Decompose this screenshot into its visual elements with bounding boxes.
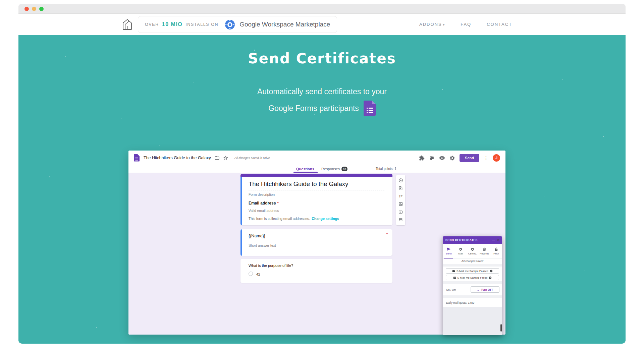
add-image-icon[interactable]: [398, 202, 403, 207]
required-asterisk: *: [277, 201, 278, 205]
addon-popup-header[interactable]: SEND CERTIFICATES — ✕: [443, 236, 502, 244]
add-section-icon[interactable]: [398, 218, 403, 222]
addon-sample-buttons: E-Mail me Sample Passed E-Mail me Sample…: [443, 267, 502, 281]
star-dot: [96, 327, 97, 328]
hero-subtitle-line2: Google Forms participants: [268, 104, 359, 113]
radio-option[interactable]: [249, 272, 253, 276]
add-video-icon[interactable]: [398, 210, 403, 214]
envelope-icon: [453, 276, 456, 279]
responses-count-badge: 63: [341, 167, 347, 171]
saved-status: All changes saved in Drive: [234, 156, 270, 160]
google-forms-icon: [364, 101, 376, 116]
divider: [443, 281, 502, 284]
change-settings-link[interactable]: Change settings: [312, 217, 339, 221]
radio-option-label: 42: [256, 272, 260, 276]
google-workspace-marketplace-icon: [225, 19, 235, 30]
minimize-window-button[interactable]: [32, 7, 36, 11]
zoom-window-button[interactable]: [39, 7, 44, 11]
email-placeholder: Valid email address: [249, 209, 306, 214]
star-dot: [603, 136, 604, 137]
avatar[interactable]: J: [493, 154, 500, 162]
star-favorite-icon[interactable]: [223, 155, 228, 161]
cancel-circle-icon: [489, 276, 492, 279]
add-title-icon[interactable]: TT: [398, 194, 403, 198]
addon-tabs: Send Mail Certific.: [443, 244, 502, 259]
addon-tab-pro[interactable]: PRO: [490, 244, 502, 258]
home-logo-icon[interactable]: [121, 18, 133, 31]
star-dot: [193, 82, 194, 82]
sample-passed-button[interactable]: E-Mail me Sample Passed: [446, 268, 499, 274]
form-title[interactable]: The Hitchhikers Guide to the Galaxy: [144, 156, 211, 160]
hero-subtitle-line1: Automatically send certificates to your: [18, 87, 626, 96]
forms-topbar: The Hitchhikers Guide to the Galaxy All …: [128, 151, 505, 165]
addon-popup: SEND CERTIFICATES — ✕ Send Mail: [443, 236, 502, 335]
hero-subtitle-line2-row: Google Forms participants: [18, 101, 626, 116]
move-folder-icon[interactable]: [214, 155, 220, 161]
send-button[interactable]: Send: [460, 154, 479, 162]
name-question-card[interactable]: {{Name}} * Short answer text: [240, 229, 392, 256]
question-title[interactable]: {{Name}}: [249, 234, 265, 238]
form-description-field[interactable]: Form description: [249, 192, 384, 198]
card-selected-bar: [240, 177, 242, 225]
envelope-icon: [452, 270, 455, 273]
addon-title: SEND CERTIFICATES: [445, 238, 478, 242]
star-dot: [544, 196, 544, 196]
clipboard-icon: [482, 247, 486, 251]
installs-badge[interactable]: OVER 10 MIO INSTALLS ON Google Workspace…: [138, 16, 337, 33]
divider: [443, 295, 502, 298]
addons-puzzle-icon[interactable]: [419, 155, 425, 161]
gear-icon: [471, 247, 474, 251]
window-titlebar: [18, 4, 626, 14]
site-header: OVER 10 MIO INSTALLS ON Google Workspace…: [18, 14, 626, 35]
star-dot: [159, 146, 160, 146]
star-dot: [39, 290, 39, 290]
installs-count: 10 MIO: [162, 21, 182, 27]
chevron-down-icon: ▾: [443, 23, 445, 26]
main-nav: ADDONS▾ FAQ CONTACT: [419, 14, 512, 35]
purpose-question-card[interactable]: What is the purpose of life? 42: [240, 259, 392, 283]
nav-addons[interactable]: ADDONS▾: [419, 22, 445, 27]
minimize-icon[interactable]: —: [490, 238, 497, 242]
quota-text: Daily mail quota: 1489: [446, 301, 474, 304]
question-title[interactable]: What is the purpose of life?: [249, 264, 293, 268]
addon-onoff-row: On / Off: Turn OFF: [443, 284, 502, 295]
import-questions-icon[interactable]: [398, 186, 403, 191]
star-dot: [49, 176, 50, 177]
close-icon[interactable]: ✕: [497, 238, 499, 242]
tab-responses[interactable]: Responses 63: [321, 165, 347, 173]
addon-tab-mail[interactable]: Mail: [454, 244, 466, 258]
marketplace-label: Google Workspace Marketplace: [239, 21, 330, 28]
short-answer-placeholder: Short answer text: [249, 243, 344, 249]
addon-tab-records[interactable]: Records: [478, 244, 490, 258]
addon-tab-certificate[interactable]: Certific.: [467, 244, 478, 258]
paper-plane-icon: [447, 247, 451, 251]
active-tab-underline: [293, 172, 318, 173]
page-title: Send Certificates: [18, 50, 626, 67]
close-window-button[interactable]: [24, 7, 29, 11]
nav-contact[interactable]: CONTACT: [487, 22, 512, 27]
forms-body: The Hitchhikers Guide to the Galaxy Form…: [128, 173, 505, 335]
form-card-title[interactable]: The Hitchhikers Guide to the Galaxy: [249, 180, 384, 190]
tab-questions[interactable]: Questions: [296, 165, 314, 173]
preview-eye-icon[interactable]: [439, 155, 445, 161]
add-question-icon[interactable]: [398, 178, 403, 183]
nav-faq[interactable]: FAQ: [461, 22, 471, 27]
lock-icon: [494, 247, 498, 251]
page: OVER 10 MIO INSTALLS ON Google Workspace…: [0, 0, 644, 349]
theme-palette-icon[interactable]: [429, 155, 435, 161]
addon-tab-send[interactable]: Send: [443, 244, 454, 258]
form-header-card[interactable]: The Hitchhikers Guide to the Galaxy Form…: [240, 174, 392, 225]
turn-off-button[interactable]: Turn OFF: [471, 286, 499, 293]
more-vertical-icon[interactable]: ⋮: [484, 156, 488, 160]
sample-failed-button[interactable]: E-Mail me Sample Failed: [446, 275, 499, 280]
forms-doc-icon: [134, 154, 140, 162]
onoff-label: On / Off:: [446, 288, 456, 291]
collect-notice: This form is collecting email addresses.…: [249, 217, 339, 221]
total-points: Total points: 1: [376, 167, 396, 171]
star-dot: [585, 270, 585, 271]
scrollbar-thumb[interactable]: [500, 324, 502, 332]
settings-gear-icon[interactable]: [449, 155, 455, 161]
power-icon: [477, 288, 480, 291]
check-circle-icon: [490, 270, 493, 273]
hero-section: Send Certificates Automatically send cer…: [18, 35, 626, 344]
